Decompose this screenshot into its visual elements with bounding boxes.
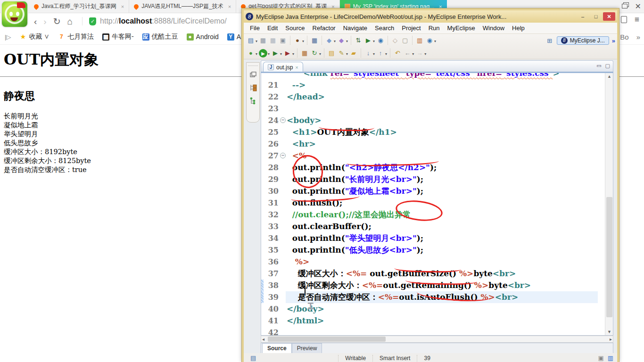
globe-icon[interactable]: ◉▾ [425, 36, 436, 45]
code-line-clipped[interactable]: <link rel="stylesheet" type="text/css" h… [261, 73, 598, 79]
open-resource-icon[interactable]: ▤ [327, 49, 336, 58]
bookmark-item-2[interactable]: 7七月算法 [58, 33, 94, 41]
menu-run[interactable]: Run [425, 24, 443, 33]
report-icon[interactable]: ▥ [415, 36, 424, 45]
code-line-42[interactable]: 42 [261, 327, 598, 336]
external-tools-icon[interactable]: ▶▾ [283, 49, 294, 58]
browser-avatar[interactable] [1, 0, 28, 28]
dropdown-caret-icon[interactable]: ▾ [346, 52, 348, 56]
report-icon[interactable]: ▥ [415, 36, 424, 45]
new-class-wizard-icon[interactable]: ◆▾ [325, 36, 336, 45]
menu-edit[interactable]: Edit [264, 24, 281, 33]
scroll-right-icon[interactable]: ▸ [610, 336, 612, 342]
fold-collapse-icon[interactable] [279, 115, 286, 126]
prev-annotation-icon[interactable]: ↑▾ [376, 49, 387, 58]
menu-window[interactable]: Window [479, 24, 508, 33]
print-icon[interactable]: ▣ [279, 36, 287, 45]
debug-icon[interactable]: ●▾ [247, 49, 257, 58]
scroll-left-icon[interactable]: ◂ [262, 336, 264, 342]
hscroll-thumb[interactable] [268, 337, 386, 342]
next-annotation-icon[interactable]: ↓ [364, 49, 372, 58]
refresh-icon[interactable]: ↻▾ [310, 49, 321, 58]
reading-mode-icon[interactable] [621, 16, 627, 23]
ide-maximize-button[interactable]: □ [590, 12, 602, 21]
last-edit-icon[interactable]: ↶ [393, 49, 402, 58]
scroll-down-icon[interactable]: ▼ [605, 329, 613, 336]
new-package-icon[interactable]: ▦ [300, 49, 309, 58]
dropdown-caret-icon[interactable]: ▾ [268, 52, 270, 56]
bookmark-overflow-label[interactable]: Bo [620, 33, 628, 41]
refresh-icon[interactable]: ↻ [310, 49, 319, 58]
tab-source[interactable]: Source [262, 343, 292, 353]
bookmark-item-1[interactable]: ★收藏 ∨ [19, 33, 50, 41]
new-interface-wizard-icon[interactable]: ◆ [337, 36, 346, 45]
new-interface-wizard-icon[interactable]: ◆▾ [337, 36, 348, 45]
web-browser-icon[interactable]: ◉ [376, 36, 385, 45]
new-class-wizard-icon[interactable]: ◆ [325, 36, 333, 45]
scroll-up-icon[interactable]: ▲ [605, 73, 613, 80]
status-monitor-icon[interactable]: ▥ [608, 354, 613, 362]
forward-icon[interactable]: →▾ [415, 49, 426, 58]
code-line-41[interactable]: 41</html> [261, 315, 598, 327]
menu-navigate[interactable]: Navigate [340, 24, 371, 33]
war-export-icon[interactable]: ▦ [310, 36, 319, 45]
reload-icon[interactable]: ↻ [53, 17, 61, 26]
last-edit-icon[interactable]: ↶ [393, 49, 402, 58]
status-console-icon[interactable]: ▣ [598, 354, 603, 362]
home-icon[interactable]: ⌂ [67, 17, 73, 26]
ide-minimize-button[interactable]: – [577, 12, 589, 21]
editor-maximize-icon[interactable]: ▢ [605, 63, 610, 69]
strip-grip[interactable] [248, 63, 258, 66]
code-line-29[interactable]: 29 out.println("长前明月光<br>"); [261, 173, 598, 185]
import-icon[interactable]: ◇ [391, 36, 399, 45]
code-line-22[interactable]: 22</head> [261, 91, 598, 103]
dropdown-caret-icon[interactable]: ▾ [302, 39, 304, 43]
browser-tab-1[interactable]: Java工程师_学习计划_慕课网× [29, 0, 129, 13]
run-icon[interactable]: ▶▾ [259, 49, 270, 58]
browser-menu-icon[interactable]: ≡ [635, 15, 639, 25]
vertical-scrollbar[interactable]: ▲ ▼ [605, 73, 613, 336]
dropdown-caret-icon[interactable]: ▾ [373, 52, 375, 56]
save-all-icon[interactable]: ▦ [269, 36, 277, 45]
run-last-icon[interactable]: ▶ [271, 49, 280, 58]
bookmark-item-3[interactable]: ▦牛客网- [102, 33, 134, 41]
deploy-icon[interactable]: ⇅ [354, 36, 363, 45]
bookmarks-overflow[interactable]: Bo » [620, 33, 640, 41]
editor-minimize-icon[interactable]: ▭ [596, 63, 601, 69]
code-line-27[interactable]: 27 <% [261, 150, 598, 162]
new-package-icon[interactable]: ▦ [300, 49, 309, 58]
bookmark-item-5[interactable]: ●Android [187, 33, 219, 41]
folder-icon[interactable]: ▰ [349, 49, 358, 58]
save-icon[interactable]: ▦ [259, 36, 267, 45]
menu-refactor[interactable]: Refactor [309, 24, 339, 33]
menu-myeclipse[interactable]: MyEclipse [444, 24, 479, 33]
dropdown-caret-icon[interactable]: ▾ [256, 39, 257, 43]
menu-file[interactable]: File [247, 24, 263, 33]
debug-icon[interactable]: ● [247, 49, 255, 58]
code-line-34[interactable]: 34 out.println("举头望明月<br>"); [261, 232, 598, 244]
address-bar[interactable]: ✓ http://localhost:8888/LifeCircelDemo/ [82, 17, 227, 25]
new-web-project-icon[interactable]: ●▾ [293, 36, 304, 45]
code-line-21[interactable]: 21 --> [261, 79, 598, 91]
dropdown-caret-icon[interactable]: ▾ [334, 39, 336, 43]
security-shield-icon[interactable]: ✓ [89, 17, 96, 25]
tab-close-icon[interactable]: × [228, 4, 231, 9]
dropdown-caret-icon[interactable]: ▾ [385, 52, 387, 56]
perspective-button[interactable]: 8 MyEclipse J... [557, 36, 609, 45]
bookmark-overflow-chevron[interactable]: » [636, 33, 640, 41]
dropdown-caret-icon[interactable]: ▾ [319, 52, 321, 56]
menu-search[interactable]: Search [372, 24, 397, 33]
prev-annotation-icon[interactable]: ↑ [376, 49, 385, 58]
open-perspective-icon[interactable]: ⊞ [545, 36, 554, 45]
back-icon[interactable]: ← [403, 49, 412, 58]
dropdown-caret-icon[interactable]: ▾ [292, 52, 294, 56]
dropdown-caret-icon[interactable]: ▾ [280, 52, 282, 56]
snippet-icon[interactable]: ▢ [401, 36, 409, 45]
tab-close-icon[interactable]: × [121, 4, 124, 9]
editor-tab-outjsp[interactable]: J out.jsp × [263, 62, 303, 72]
print-icon[interactable]: ▣ [279, 36, 287, 45]
ide-titlebar[interactable]: 8 MyEclipse Java Enterprise - LifeCircel… [244, 10, 617, 23]
code-line-35[interactable]: 35 out.println("低头思故乡<br>"); [261, 244, 598, 256]
code-line-26[interactable]: 26 <hr> [261, 138, 598, 150]
bookmarks-expand-icon[interactable]: |▷ [5, 33, 11, 41]
